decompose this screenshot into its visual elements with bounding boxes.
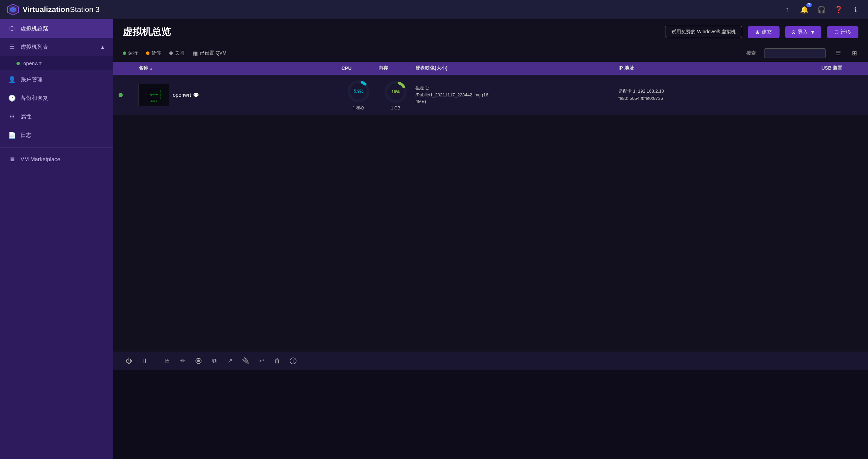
content-header: 虚拟机总览 试用免费的 Windows® 虚拟机 ⊕ 建立 ⊙ 导入 ▼ ⬡ 迁… xyxy=(113,19,868,45)
filter-bar: 运行 暂停 关闭 ▦ 已设置 QVM 搜索 ☰ ⊞ xyxy=(113,45,868,62)
svg-text:5.9%: 5.9% xyxy=(354,89,363,94)
content-area: 虚拟机总览 试用免费的 Windows® 虚拟机 ⊕ 建立 ⊙ 导入 ▼ ⬡ 迁… xyxy=(113,19,868,459)
col-memory: 内存 xyxy=(378,65,413,71)
info-circle-icon: i xyxy=(290,357,297,364)
sidebar-divider xyxy=(0,147,113,148)
notification-icon[interactable]: 🔔 7 xyxy=(799,4,810,15)
sidebar-item-vm-overview[interactable]: ⬡ 虚拟机总览 xyxy=(0,19,113,38)
running-dot xyxy=(123,51,126,55)
console-button[interactable]: 🖥 xyxy=(161,355,173,367)
sidebar-label-account: 账户管理 xyxy=(21,76,105,83)
filter-qvm[interactable]: ▦ 已设置 QVM xyxy=(193,50,227,57)
topbar: VirtualizationStation 3 ↑ 🔔 7 🎧 ❓ ℹ xyxy=(0,0,868,19)
filter-paused[interactable]: 暂停 xyxy=(146,50,161,56)
sidebar-label-logs: 日志 xyxy=(21,132,105,139)
search-label: 搜索 xyxy=(746,50,756,56)
headset-icon[interactable]: 🎧 xyxy=(816,4,827,15)
svg-rect-11 xyxy=(197,358,200,359)
import-dropdown-icon: ▼ xyxy=(810,29,815,35)
detail-panel xyxy=(113,370,868,459)
help-icon[interactable]: ❓ xyxy=(833,4,844,15)
filter-stopped[interactable]: 关闭 xyxy=(169,50,184,56)
restore-button[interactable]: ↩ xyxy=(255,355,268,367)
vm-running-dot xyxy=(119,93,123,97)
svg-point-10 xyxy=(197,360,200,362)
col-name: 名称 ▲ xyxy=(138,65,339,71)
col-cpu: CPU xyxy=(341,66,376,71)
snapshot-button[interactable] xyxy=(192,355,205,367)
mem-size-label: 1 GB xyxy=(391,106,400,110)
svg-text:10%: 10% xyxy=(391,90,400,94)
sidebar-item-vm-list[interactable]: ☰ 虚拟机列表 ▲ xyxy=(0,38,113,56)
vm-status-dot-openwrt xyxy=(16,62,20,65)
qvm-label: 已设置 QVM xyxy=(200,50,227,56)
backup-icon: 🕐 xyxy=(8,94,16,102)
paused-dot xyxy=(146,51,149,55)
cpu-cell: 5.9% 1 核心 xyxy=(341,79,376,111)
col-ip: IP 地址 xyxy=(618,65,819,71)
notification-badge: 7 xyxy=(806,3,812,7)
migrate-button[interactable]: ⬡ 迁移 xyxy=(827,26,858,38)
memory-cell: 10% 1 GB xyxy=(378,80,413,110)
vm-overview-icon: ⬡ xyxy=(8,25,16,32)
sidebar-label-vm-list: 虚拟机列表 xyxy=(21,44,95,51)
usb-button[interactable]: 🔌 xyxy=(240,355,252,367)
detail-info-button[interactable]: i xyxy=(287,355,299,367)
disk-cell: 磁盘 1: /Public/1_20211117_223442.img (164… xyxy=(415,85,616,105)
stopped-dot xyxy=(169,51,173,55)
logs-icon: 📄 xyxy=(8,131,16,139)
vm-thumbnail: _______ | | |OpenWrt| |_______| Linux xyxy=(138,84,169,106)
action-bar: ⏻ ⏸ 🖥 ✏ ⧉ ↗ 🔌 ↩ 🗑 i xyxy=(113,352,868,370)
sidebar-subitem-openwrt[interactable]: openwrt xyxy=(0,56,113,70)
import-icon: ⊙ xyxy=(791,29,796,35)
vm-name-text: openwrt xyxy=(173,92,191,98)
create-button[interactable]: ⊕ 建立 xyxy=(748,26,780,38)
cpu-donut-chart: 5.9% xyxy=(346,79,371,104)
clone-button[interactable]: ⧉ xyxy=(208,355,220,367)
sidebar-item-marketplace[interactable]: 🖥 VM Marketplace xyxy=(0,150,113,168)
info-icon[interactable]: ℹ xyxy=(850,4,861,15)
cpu-cores-label: 1 核心 xyxy=(353,105,364,111)
table-row[interactable]: _______ | | |OpenWrt| |_______| Linux op… xyxy=(113,75,868,115)
sidebar-item-logs[interactable]: 📄 日志 xyxy=(0,126,113,144)
vm-table: 名称 ▲ CPU 内存 硬盘映像(大小) IP 地址 USB 装置 xyxy=(113,62,868,352)
filter-running[interactable]: 运行 xyxy=(123,50,138,56)
grid-view-icon[interactable]: ⊞ xyxy=(851,48,858,58)
power-button[interactable]: ⏻ xyxy=(123,355,135,367)
search-input[interactable] xyxy=(764,48,826,58)
sidebar-label-vm-overview: 虚拟机总览 xyxy=(21,25,105,32)
ip-cell: 适配卡 1: 192.168.2.10 fe80::5054:ff:fef0:8… xyxy=(618,88,819,102)
app-title: VirtualizationStation 3 xyxy=(23,5,100,14)
marketplace-icon: 🖥 xyxy=(8,156,16,163)
action-divider-1 xyxy=(156,357,156,365)
main-layout: ⬡ 虚拟机总览 ☰ 虚拟机列表 ▲ openwrt 👤 账户管理 🕐 备份和恢复… xyxy=(0,19,868,459)
app-logo: VirtualizationStation 3 xyxy=(7,3,100,16)
vm-list-icon: ☰ xyxy=(8,43,16,51)
svg-text:i: i xyxy=(292,359,293,364)
sidebar-label-marketplace: VM Marketplace xyxy=(21,156,105,163)
topbar-actions: ↑ 🔔 7 🎧 ❓ ℹ xyxy=(782,4,861,15)
export-button[interactable]: ↗ xyxy=(224,355,236,367)
try-windows-button[interactable]: 试用免费的 Windows® 虚拟机 xyxy=(665,26,742,38)
sidebar-item-properties[interactable]: ⚙ 属性 xyxy=(0,107,113,126)
list-view-icon[interactable]: ☰ xyxy=(834,48,842,58)
running-label: 运行 xyxy=(128,50,138,56)
col-disk: 硬盘映像(大小) xyxy=(415,65,616,71)
table-header: 名称 ▲ CPU 内存 硬盘映像(大小) IP 地址 USB 装置 xyxy=(113,62,868,75)
vm-name-cell: _______ | | |OpenWrt| |_______| Linux op… xyxy=(138,84,339,106)
qvm-icon: ▦ xyxy=(193,50,198,57)
col-usb: USB 装置 xyxy=(821,65,863,71)
upload-icon[interactable]: ↑ xyxy=(782,4,793,15)
create-icon: ⊕ xyxy=(755,29,760,35)
snapshot-icon xyxy=(195,357,202,364)
pause-button[interactable]: ⏸ xyxy=(138,355,151,367)
delete-button[interactable]: 🗑 xyxy=(271,355,284,367)
sidebar: ⬡ 虚拟机总览 ☰ 虚拟机列表 ▲ openwrt 👤 账户管理 🕐 备份和恢复… xyxy=(0,19,113,459)
import-button[interactable]: ⊙ 导入 ▼ xyxy=(785,26,821,38)
sidebar-item-backup[interactable]: 🕐 备份和恢复 xyxy=(0,89,113,107)
row-status-cell xyxy=(119,93,136,97)
vm-name-openwrt: openwrt xyxy=(23,60,41,66)
sidebar-label-properties: 属性 xyxy=(21,113,105,120)
edit-button[interactable]: ✏ xyxy=(177,355,189,367)
sidebar-item-account[interactable]: 👤 账户管理 xyxy=(0,70,113,89)
